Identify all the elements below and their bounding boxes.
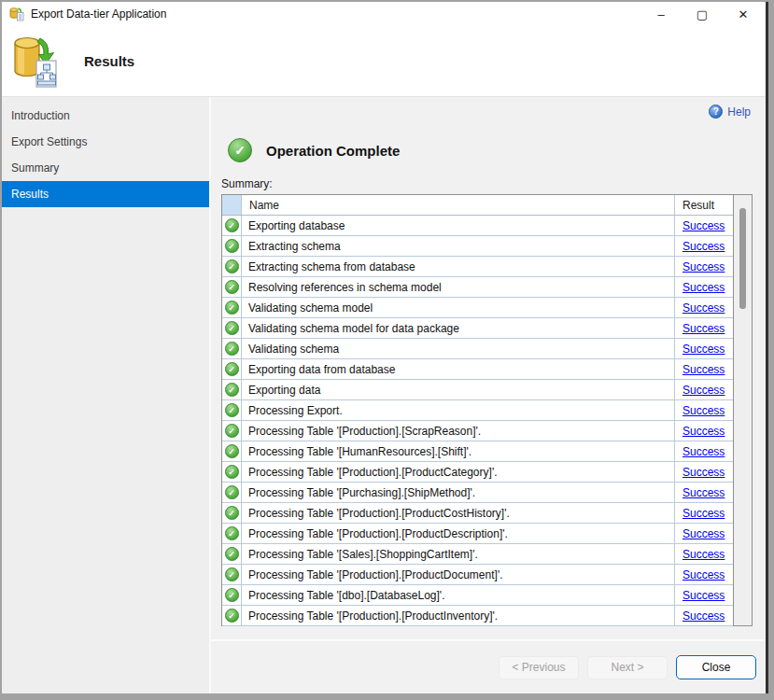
- row-result-cell: Success: [675, 441, 733, 461]
- name-column-header[interactable]: Name: [242, 195, 675, 215]
- close-button[interactable]: Close: [676, 655, 756, 679]
- previous-button[interactable]: < Previous: [499, 656, 579, 679]
- row-indicator-column-header[interactable]: [222, 195, 242, 215]
- row-name: Processing Table '[Production].[ProductC…: [242, 503, 675, 523]
- success-link[interactable]: Success: [683, 343, 725, 356]
- row-name: Processing Table '[Production].[ProductC…: [242, 462, 675, 482]
- row-status-cell: ✓: [222, 380, 242, 399]
- row-result-cell: Success: [675, 359, 733, 379]
- table-row[interactable]: ✓Processing Table '[HumanResources].[Shi…: [222, 441, 733, 462]
- app-icon: [9, 7, 24, 21]
- table-row[interactable]: ✓Processing Table '[Production].[Product…: [222, 524, 733, 544]
- minimize-button[interactable]: –: [640, 2, 682, 26]
- success-icon: ✓: [225, 280, 239, 294]
- table-row[interactable]: ✓Exporting data from databaseSuccess: [222, 359, 733, 380]
- table-row[interactable]: ✓Exporting databaseSuccess: [222, 216, 733, 236]
- table-row[interactable]: ✓Processing Table '[Production].[ScrapRe…: [222, 421, 733, 441]
- success-link[interactable]: Success: [683, 466, 725, 479]
- row-name: Validating schema model for data package: [242, 318, 675, 338]
- success-link[interactable]: Success: [683, 507, 725, 520]
- success-link[interactable]: Success: [683, 548, 725, 561]
- row-result-cell: Success: [675, 503, 733, 523]
- row-result-cell: Success: [675, 565, 733, 584]
- table-row[interactable]: ✓Validating schema model for data packag…: [222, 318, 733, 339]
- row-status-cell: ✓: [222, 318, 242, 338]
- operation-complete-icon: ✓: [228, 138, 252, 162]
- success-link[interactable]: Success: [683, 219, 725, 232]
- success-link[interactable]: Success: [683, 609, 725, 623]
- row-result-cell: Success: [675, 339, 733, 358]
- table-row[interactable]: ✓Processing Table '[Production].[Product…: [222, 565, 733, 585]
- success-link[interactable]: Success: [683, 260, 725, 273]
- table-row[interactable]: ✓Exporting dataSuccess: [222, 380, 733, 400]
- success-link[interactable]: Success: [683, 527, 725, 540]
- row-status-cell: ✓: [222, 257, 242, 276]
- success-icon: ✓: [225, 588, 239, 602]
- table-row[interactable]: ✓Validating schema modelSuccess: [222, 298, 733, 318]
- row-status-cell: ✓: [222, 565, 242, 584]
- row-result-cell: Success: [675, 318, 733, 338]
- sidebar-item-results[interactable]: Results: [2, 181, 209, 207]
- wizard-footer: < Previous Next > Close: [211, 639, 766, 693]
- success-link[interactable]: Success: [683, 301, 725, 315]
- success-link[interactable]: Success: [683, 404, 725, 417]
- row-name: Validating schema: [242, 339, 675, 358]
- success-icon: ✓: [225, 547, 239, 561]
- table-row[interactable]: ✓Extracting schemaSuccess: [222, 236, 733, 257]
- table-row[interactable]: ✓Validating schemaSuccess: [222, 339, 733, 359]
- maximize-button[interactable]: ▢: [682, 2, 723, 26]
- success-link[interactable]: Success: [683, 322, 725, 335]
- success-icon: ✓: [225, 342, 239, 356]
- results-table-body: ✓Exporting databaseSuccess✓Extracting sc…: [222, 216, 733, 626]
- next-button[interactable]: Next >: [587, 656, 668, 679]
- table-row[interactable]: ✓Extracting schema from databaseSuccess: [222, 257, 733, 277]
- summary-label: Summary:: [221, 177, 273, 190]
- success-link[interactable]: Success: [683, 589, 725, 602]
- row-status-cell: ✓: [222, 544, 242, 564]
- row-result-cell: Success: [675, 257, 733, 276]
- help-link[interactable]: ? Help: [709, 105, 751, 119]
- table-row[interactable]: ✓Processing Table '[Purchasing].[ShipMet…: [222, 483, 733, 503]
- table-row[interactable]: ✓Processing Export.Success: [222, 400, 733, 421]
- success-link[interactable]: Success: [683, 425, 725, 438]
- close-window-button[interactable]: ✕: [723, 2, 764, 26]
- sidebar-item-export-settings[interactable]: Export Settings: [2, 129, 209, 155]
- table-row[interactable]: ✓Resolving references in schema modelSuc…: [222, 277, 733, 298]
- row-name: Processing Table '[dbo].[DatabaseLog]'.: [242, 585, 675, 605]
- row-status-cell: ✓: [222, 236, 242, 256]
- success-link[interactable]: Success: [683, 281, 725, 294]
- table-row[interactable]: ✓Processing Table '[dbo].[DatabaseLog]'.…: [222, 585, 733, 606]
- row-name: Processing Table '[Production].[ProductD…: [242, 524, 675, 543]
- title-bar[interactable]: Export Data-tier Application – ▢ ✕: [2, 2, 766, 26]
- table-row[interactable]: ✓Processing Table '[Production].[Product…: [222, 503, 733, 524]
- table-row[interactable]: ✓Processing Table '[Production].[Product…: [222, 462, 733, 483]
- row-name: Resolving references in schema model: [242, 277, 675, 297]
- sidebar-item-summary[interactable]: Summary: [2, 155, 209, 181]
- success-icon: ✓: [225, 485, 239, 499]
- row-status-cell: ✓: [222, 524, 242, 543]
- row-result-cell: Success: [675, 606, 733, 625]
- result-column-header[interactable]: Result: [675, 195, 733, 215]
- table-row[interactable]: ✓Processing Table '[Sales].[ShoppingCart…: [222, 544, 733, 565]
- success-link[interactable]: Success: [683, 384, 725, 397]
- row-name: Processing Table '[Production].[ProductD…: [242, 565, 675, 584]
- wizard-steps-sidebar: Introduction Export Settings Summary Res…: [2, 97, 211, 693]
- row-name: Processing Table '[HumanResources].[Shif…: [242, 441, 675, 461]
- sidebar-item-introduction[interactable]: Introduction: [2, 103, 209, 129]
- row-result-cell: Success: [675, 544, 733, 564]
- success-link[interactable]: Success: [683, 240, 725, 253]
- row-status-cell: ✓: [222, 359, 242, 379]
- success-link[interactable]: Success: [683, 445, 725, 458]
- success-link[interactable]: Success: [683, 486, 725, 499]
- row-status-cell: ✓: [222, 462, 242, 482]
- row-result-cell: Success: [675, 585, 733, 605]
- window-frame: Export Data-tier Application – ▢ ✕ R: [0, 0, 774, 700]
- row-result-cell: Success: [675, 277, 733, 297]
- vertical-scrollbar[interactable]: [733, 195, 752, 625]
- results-page: ? Help ✓ Operation Complete Summary: Nam…: [211, 97, 766, 639]
- success-link[interactable]: Success: [683, 363, 725, 376]
- scrollbar-thumb[interactable]: [739, 208, 746, 309]
- table-row[interactable]: ✓Processing Table '[Production].[Product…: [222, 606, 733, 626]
- row-name: Processing Table '[Purchasing].[ShipMeth…: [242, 483, 675, 502]
- success-link[interactable]: Success: [683, 568, 725, 581]
